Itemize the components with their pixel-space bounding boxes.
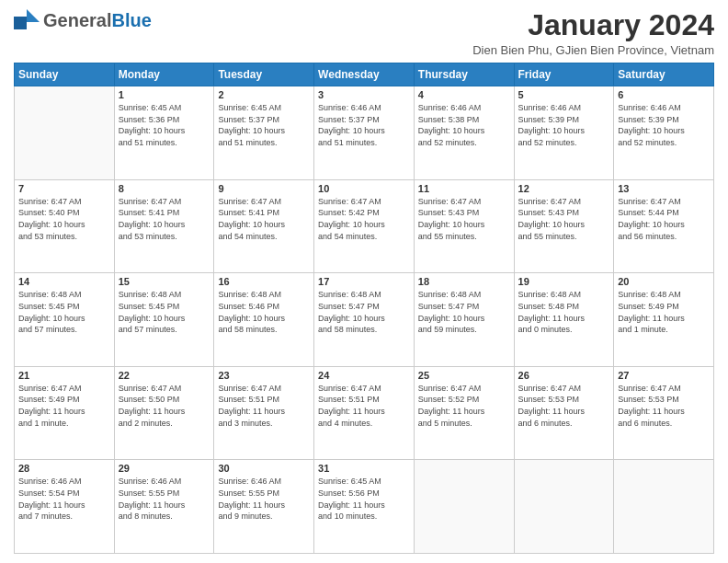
col-sunday: Sunday bbox=[15, 63, 115, 86]
col-tuesday: Tuesday bbox=[214, 63, 314, 86]
calendar-cell: 27Sunrise: 6:47 AM Sunset: 5:53 PM Dayli… bbox=[614, 366, 714, 460]
day-number: 25 bbox=[418, 370, 510, 381]
logo-blue-text: Blue bbox=[111, 10, 151, 30]
calendar-cell bbox=[414, 460, 514, 554]
calendar-cell: 21Sunrise: 6:47 AM Sunset: 5:49 PM Dayli… bbox=[15, 366, 115, 460]
day-number: 29 bbox=[119, 463, 210, 474]
day-number: 20 bbox=[618, 276, 710, 287]
svg-rect-2 bbox=[14, 17, 27, 29]
calendar-cell: 29Sunrise: 6:46 AM Sunset: 5:55 PM Dayli… bbox=[114, 460, 214, 554]
day-number: 24 bbox=[318, 370, 410, 381]
day-number: 17 bbox=[318, 276, 410, 287]
calendar-header-row: Sunday Monday Tuesday Wednesday Thursday… bbox=[15, 63, 714, 86]
day-info: Sunrise: 6:47 AM Sunset: 5:53 PM Dayligh… bbox=[518, 383, 610, 429]
day-number: 18 bbox=[418, 276, 510, 287]
calendar-cell: 20Sunrise: 6:48 AM Sunset: 5:49 PM Dayli… bbox=[614, 273, 714, 367]
day-info: Sunrise: 6:47 AM Sunset: 5:49 PM Dayligh… bbox=[18, 383, 110, 429]
day-number: 15 bbox=[119, 276, 210, 287]
day-info: Sunrise: 6:46 AM Sunset: 5:55 PM Dayligh… bbox=[218, 476, 310, 522]
day-info: Sunrise: 6:45 AM Sunset: 5:36 PM Dayligh… bbox=[119, 102, 210, 148]
day-info: Sunrise: 6:47 AM Sunset: 5:50 PM Dayligh… bbox=[119, 383, 210, 429]
day-info: Sunrise: 6:45 AM Sunset: 5:56 PM Dayligh… bbox=[318, 476, 410, 522]
day-number: 3 bbox=[318, 89, 410, 100]
calendar-cell: 30Sunrise: 6:46 AM Sunset: 5:55 PM Dayli… bbox=[214, 460, 314, 554]
day-number: 14 bbox=[18, 276, 110, 287]
day-info: Sunrise: 6:48 AM Sunset: 5:46 PM Dayligh… bbox=[218, 289, 310, 335]
calendar-cell: 3Sunrise: 6:46 AM Sunset: 5:37 PM Daylig… bbox=[314, 86, 415, 180]
calendar-cell: 7Sunrise: 6:47 AM Sunset: 5:40 PM Daylig… bbox=[15, 179, 115, 273]
calendar-cell: 6Sunrise: 6:46 AM Sunset: 5:39 PM Daylig… bbox=[614, 86, 714, 180]
calendar-week-row: 1Sunrise: 6:45 AM Sunset: 5:36 PM Daylig… bbox=[15, 86, 714, 180]
calendar-cell: 8Sunrise: 6:47 AM Sunset: 5:41 PM Daylig… bbox=[114, 179, 214, 273]
day-number: 28 bbox=[18, 463, 110, 474]
day-number: 9 bbox=[218, 183, 310, 194]
logo: GeneralBlue bbox=[14, 9, 152, 31]
col-saturday: Saturday bbox=[614, 63, 714, 86]
day-number: 8 bbox=[119, 183, 210, 194]
day-info: Sunrise: 6:47 AM Sunset: 5:51 PM Dayligh… bbox=[318, 383, 410, 429]
calendar-cell: 12Sunrise: 6:47 AM Sunset: 5:43 PM Dayli… bbox=[514, 179, 614, 273]
day-number: 4 bbox=[418, 89, 510, 100]
calendar-cell bbox=[15, 86, 115, 180]
day-number: 10 bbox=[318, 183, 410, 194]
calendar-cell: 23Sunrise: 6:47 AM Sunset: 5:51 PM Dayli… bbox=[214, 366, 314, 460]
day-info: Sunrise: 6:48 AM Sunset: 5:45 PM Dayligh… bbox=[18, 289, 110, 335]
day-info: Sunrise: 6:48 AM Sunset: 5:47 PM Dayligh… bbox=[418, 289, 510, 335]
calendar-cell: 24Sunrise: 6:47 AM Sunset: 5:51 PM Dayli… bbox=[314, 366, 415, 460]
svg-marker-1 bbox=[27, 9, 40, 22]
calendar-cell: 26Sunrise: 6:47 AM Sunset: 5:53 PM Dayli… bbox=[514, 366, 614, 460]
day-info: Sunrise: 6:46 AM Sunset: 5:39 PM Dayligh… bbox=[618, 102, 710, 148]
day-info: Sunrise: 6:46 AM Sunset: 5:37 PM Dayligh… bbox=[318, 102, 410, 148]
day-number: 12 bbox=[518, 183, 610, 194]
day-number: 26 bbox=[518, 370, 610, 381]
day-info: Sunrise: 6:48 AM Sunset: 5:47 PM Dayligh… bbox=[318, 289, 410, 335]
day-info: Sunrise: 6:45 AM Sunset: 5:37 PM Dayligh… bbox=[218, 102, 310, 148]
calendar-cell: 5Sunrise: 6:46 AM Sunset: 5:39 PM Daylig… bbox=[514, 86, 614, 180]
calendar-cell: 14Sunrise: 6:48 AM Sunset: 5:45 PM Dayli… bbox=[15, 273, 115, 367]
day-info: Sunrise: 6:47 AM Sunset: 5:53 PM Dayligh… bbox=[618, 383, 710, 429]
day-info: Sunrise: 6:46 AM Sunset: 5:55 PM Dayligh… bbox=[119, 476, 210, 522]
day-info: Sunrise: 6:47 AM Sunset: 5:41 PM Dayligh… bbox=[119, 196, 210, 242]
calendar-table: Sunday Monday Tuesday Wednesday Thursday… bbox=[14, 63, 714, 554]
day-info: Sunrise: 6:48 AM Sunset: 5:49 PM Dayligh… bbox=[618, 289, 710, 335]
day-number: 23 bbox=[218, 370, 310, 381]
day-info: Sunrise: 6:46 AM Sunset: 5:39 PM Dayligh… bbox=[518, 102, 610, 148]
calendar-cell: 13Sunrise: 6:47 AM Sunset: 5:44 PM Dayli… bbox=[614, 179, 714, 273]
day-info: Sunrise: 6:48 AM Sunset: 5:45 PM Dayligh… bbox=[119, 289, 210, 335]
calendar-week-row: 7Sunrise: 6:47 AM Sunset: 5:40 PM Daylig… bbox=[15, 179, 714, 273]
day-info: Sunrise: 6:47 AM Sunset: 5:41 PM Dayligh… bbox=[218, 196, 310, 242]
day-number: 19 bbox=[518, 276, 610, 287]
day-number: 11 bbox=[418, 183, 510, 194]
col-friday: Friday bbox=[514, 63, 614, 86]
day-number: 7 bbox=[18, 183, 110, 194]
day-number: 30 bbox=[218, 463, 310, 474]
calendar-cell: 15Sunrise: 6:48 AM Sunset: 5:45 PM Dayli… bbox=[114, 273, 214, 367]
day-number: 2 bbox=[218, 89, 310, 100]
day-info: Sunrise: 6:48 AM Sunset: 5:48 PM Dayligh… bbox=[518, 289, 610, 335]
calendar-week-row: 28Sunrise: 6:46 AM Sunset: 5:54 PM Dayli… bbox=[15, 460, 714, 554]
page: GeneralBlue January 2024 Dien Bien Phu, … bbox=[0, 0, 728, 563]
day-info: Sunrise: 6:46 AM Sunset: 5:38 PM Dayligh… bbox=[418, 102, 510, 148]
month-title: January 2024 bbox=[472, 9, 714, 41]
day-number: 22 bbox=[119, 370, 210, 381]
day-number: 1 bbox=[119, 89, 210, 100]
title-section: January 2024 Dien Bien Phu, GJien Bien P… bbox=[472, 9, 714, 57]
day-number: 13 bbox=[618, 183, 710, 194]
logo-icon bbox=[14, 9, 40, 31]
calendar-cell: 4Sunrise: 6:46 AM Sunset: 5:38 PM Daylig… bbox=[414, 86, 514, 180]
col-monday: Monday bbox=[114, 63, 214, 86]
calendar-cell: 25Sunrise: 6:47 AM Sunset: 5:52 PM Dayli… bbox=[414, 366, 514, 460]
calendar-cell: 22Sunrise: 6:47 AM Sunset: 5:50 PM Dayli… bbox=[114, 366, 214, 460]
calendar-cell: 19Sunrise: 6:48 AM Sunset: 5:48 PM Dayli… bbox=[514, 273, 614, 367]
calendar-cell: 28Sunrise: 6:46 AM Sunset: 5:54 PM Dayli… bbox=[15, 460, 115, 554]
day-info: Sunrise: 6:47 AM Sunset: 5:40 PM Dayligh… bbox=[18, 196, 110, 242]
day-info: Sunrise: 6:47 AM Sunset: 5:43 PM Dayligh… bbox=[518, 196, 610, 242]
day-number: 5 bbox=[518, 89, 610, 100]
day-number: 21 bbox=[18, 370, 110, 381]
day-info: Sunrise: 6:47 AM Sunset: 5:44 PM Dayligh… bbox=[618, 196, 710, 242]
day-info: Sunrise: 6:47 AM Sunset: 5:43 PM Dayligh… bbox=[418, 196, 510, 242]
calendar-cell: 17Sunrise: 6:48 AM Sunset: 5:47 PM Dayli… bbox=[314, 273, 415, 367]
header: GeneralBlue January 2024 Dien Bien Phu, … bbox=[14, 9, 714, 57]
day-info: Sunrise: 6:47 AM Sunset: 5:42 PM Dayligh… bbox=[318, 196, 410, 242]
day-info: Sunrise: 6:47 AM Sunset: 5:51 PM Dayligh… bbox=[218, 383, 310, 429]
